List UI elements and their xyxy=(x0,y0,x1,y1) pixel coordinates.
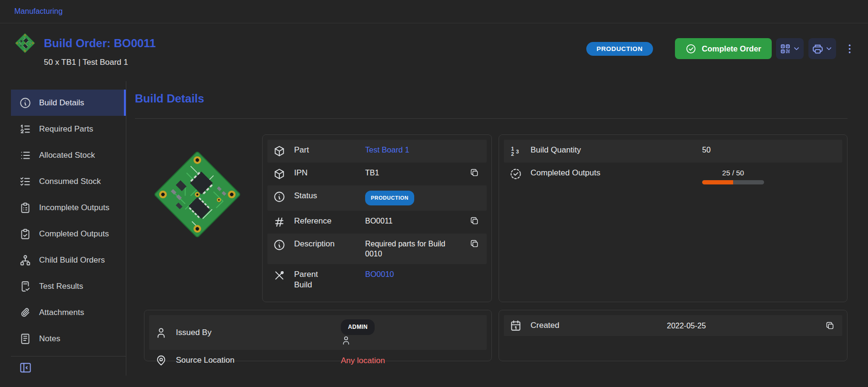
right-column: 123Build Quantity50Completed Outputs25 /… xyxy=(499,134,848,361)
copy-button[interactable] xyxy=(468,216,481,226)
main-content: Build Details PartTest Board 1IPNTB1Stat… xyxy=(126,81,868,387)
sidebar-item-completed-outputs[interactable]: Completed Outputs xyxy=(11,221,126,247)
tools-icon xyxy=(273,269,286,282)
svg-text:2: 2 xyxy=(511,151,514,157)
detail-row-status: StatusPRODUCTION xyxy=(267,185,487,211)
detail-value: BO0011 xyxy=(365,216,468,226)
progress-label: 25 / 50 xyxy=(702,168,764,178)
page-body: Build DetailsRequired PartsAllocated Sto… xyxy=(0,81,868,387)
detail-label: Completed Outputs xyxy=(531,168,600,177)
clipboard-list-icon xyxy=(19,202,31,214)
detail-label: Created xyxy=(531,321,559,330)
detail-label: Description xyxy=(294,239,335,249)
progress-check-icon xyxy=(510,168,522,180)
detail-value: BO0010 xyxy=(365,269,481,279)
numbers-123-icon: 123 xyxy=(510,145,522,157)
detail-row-created: Created2022-05-25 xyxy=(504,315,842,336)
header-actions: PRODUCTION Complete Order xyxy=(586,38,856,59)
sidebar-item-build-details[interactable]: Build Details xyxy=(11,90,126,116)
section-heading: Build Details xyxy=(135,92,848,105)
copy-icon xyxy=(470,168,480,178)
detail-value: 50 xyxy=(702,145,837,155)
user-icon xyxy=(341,335,481,346)
pcb-image xyxy=(12,30,38,56)
complete-order-button[interactable]: Complete Order xyxy=(675,38,772,59)
more-actions-button[interactable] xyxy=(844,40,856,57)
circle-check-icon xyxy=(685,43,696,54)
sidebar-item-test-results[interactable]: Test Results xyxy=(11,273,126,299)
copy-button[interactable] xyxy=(468,239,481,249)
chevron-down-icon xyxy=(825,44,833,53)
list-numbers-icon xyxy=(19,123,31,135)
progress-bar xyxy=(702,180,764,184)
breadcrumb: Manufacturing xyxy=(0,0,868,23)
detail-label: Build Quantity xyxy=(531,145,581,154)
detail-link-bo0010[interactable]: BO0010 xyxy=(365,270,394,278)
breadcrumb-link-manufacturing[interactable]: Manufacturing xyxy=(14,7,62,16)
left-column: PartTest Board 1IPNTB1StatusPRODUCTIONRe… xyxy=(135,134,492,361)
chevron-down-icon xyxy=(792,44,801,53)
detail-value-text: 50 xyxy=(702,145,711,155)
detail-label: Issued By xyxy=(176,328,212,337)
pcb-image xyxy=(140,137,255,252)
barcode-actions-button[interactable] xyxy=(776,38,804,59)
progress: 25 / 50 xyxy=(702,168,764,184)
detail-link-test-board-1[interactable]: Test Board 1 xyxy=(365,145,409,154)
detail-label: Status xyxy=(294,191,317,201)
detail-row-reference: ReferenceBO0011 xyxy=(267,211,487,234)
status-badge: PRODUCTION xyxy=(586,42,654,56)
sidebar-item-attachments[interactable]: Attachments xyxy=(11,299,126,326)
detail-value: TB1 xyxy=(365,168,468,178)
detail-row-description: DescriptionRequired parts for Build 0010 xyxy=(267,234,487,264)
sidebar-item-label: Allocated Stock xyxy=(39,151,95,160)
print-actions-button[interactable] xyxy=(808,38,836,59)
list-icon xyxy=(19,149,31,162)
qr-code-icon xyxy=(779,43,791,55)
copy-button[interactable] xyxy=(824,321,837,331)
complete-order-label: Complete Order xyxy=(702,44,761,53)
issued-details-panel: Issued ByADMINSource LocationAny locatio… xyxy=(144,310,492,361)
sidebar-item-label: Incomplete Outputs xyxy=(39,203,109,213)
sidebar-collapse-icon xyxy=(19,361,32,374)
page-subtitle: 50 x TB1 | Test Board 1 xyxy=(44,58,156,67)
user-icon xyxy=(155,326,167,339)
detail-value: 25 / 50 xyxy=(702,168,837,184)
sidebar-item-label: Child Build Orders xyxy=(39,255,105,265)
paperclip-icon xyxy=(19,306,31,319)
box-icon xyxy=(273,168,286,180)
detail-row-completed-outputs: Completed Outputs25 / 50 xyxy=(504,163,842,190)
sidebar-collapse-button[interactable] xyxy=(18,360,33,375)
sidebar-collapse-icon xyxy=(19,361,32,374)
copy-button[interactable] xyxy=(468,168,481,178)
header-text: Build Order: BO0011 50 x TB1 | Test Boar… xyxy=(44,30,156,81)
list-check-icon xyxy=(19,175,31,188)
hash-icon xyxy=(273,216,286,228)
sidebar-item-required-parts[interactable]: Required Parts xyxy=(11,116,126,142)
info-circle-icon xyxy=(273,239,286,251)
info-circle-icon xyxy=(19,97,31,109)
part-thumbnail-image[interactable] xyxy=(12,30,38,56)
sidebar-item-notes[interactable]: Notes xyxy=(11,326,126,352)
sidebar-item-child-build-orders[interactable]: Child Build Orders xyxy=(11,247,126,273)
sidebar-item-consumed-stock[interactable]: Consumed Stock xyxy=(11,168,126,194)
detail-value: Required parts for Build 0010 xyxy=(365,239,468,259)
part-details-panel: PartTest Board 1IPNTB1StatusPRODUCTIONRe… xyxy=(262,134,492,302)
details-content: PartTest Board 1IPNTB1StatusPRODUCTIONRe… xyxy=(135,134,848,361)
detail-label: Parent Build xyxy=(294,269,338,290)
sidebar-item-incomplete-outputs[interactable]: Incomplete Outputs xyxy=(11,194,126,221)
part-image[interactable] xyxy=(140,137,255,252)
sidebar: Build DetailsRequired PartsAllocated Sto… xyxy=(11,81,126,376)
detail-value-text: BO0011 xyxy=(365,216,393,226)
detail-value: ADMIN xyxy=(341,319,481,346)
sidebar-item-label: Completed Outputs xyxy=(39,229,109,239)
file-check-icon xyxy=(19,280,31,293)
sidebar-item-label: Notes xyxy=(39,334,60,344)
detail-row-parent-build: Parent BuildBO0010 xyxy=(267,264,487,295)
svg-text:3: 3 xyxy=(516,149,519,154)
sidebar-item-allocated-stock[interactable]: Allocated Stock xyxy=(11,142,126,168)
sidebar-item-label: Attachments xyxy=(39,308,84,317)
copy-icon xyxy=(470,216,480,226)
detail-label: IPN xyxy=(294,168,307,178)
sidebar-item-label: Build Details xyxy=(39,98,84,108)
build-order-page: Manufacturing Build Order: BO0011 50 x T… xyxy=(0,0,868,387)
